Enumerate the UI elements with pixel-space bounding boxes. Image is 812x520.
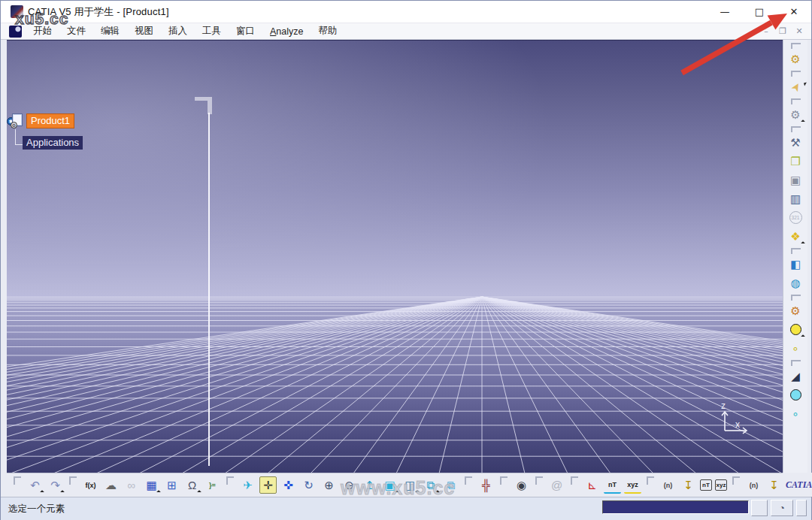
menu-insert[interactable]: 插入 (163, 23, 192, 39)
measure-n-2-icon[interactable]: (n) (745, 476, 762, 494)
cyan-circle-tool-icon[interactable] (787, 386, 804, 404)
axis-triad: z x (712, 400, 757, 442)
sphere-view-icon[interactable]: ◍ (787, 274, 804, 292)
pin-id-icon[interactable]: ↧ (680, 476, 697, 494)
measure-n-icon[interactable]: (n) (659, 476, 677, 494)
yellow-point-tool-icon[interactable]: ∘ (787, 340, 804, 357)
status-blank-button-2[interactable] (796, 500, 807, 516)
xyz-boxed-icon[interactable]: xyz (715, 479, 727, 491)
cyan-point-tool-icon[interactable]: ∘ (787, 405, 804, 422)
fly-mode-icon[interactable]: ✈ (239, 476, 256, 494)
menubar: 开始文件编辑视图插入工具窗口Analyze帮助 –❐✕ (1, 23, 811, 40)
toolbar-handle[interactable] (226, 476, 234, 485)
manipulator-robot-icon[interactable]: ⚙ (787, 302, 804, 319)
comment-bubble-icon[interactable]: ☁ (102, 476, 120, 494)
spiral-disabled-icon[interactable]: @ (548, 476, 565, 494)
menu-items: 开始文件编辑视图插入工具窗口Analyze帮助 (26, 23, 344, 39)
mdi-restore-button[interactable]: ❐ (777, 26, 789, 36)
normal-view-icon[interactable]: ↥ (361, 476, 378, 494)
toolbar-handle[interactable] (791, 98, 801, 104)
status-message: 选定一个元素 (8, 503, 65, 515)
tools-icon[interactable]: ⚒ (787, 134, 804, 151)
status-blank-button[interactable] (751, 500, 768, 516)
formula-fx-icon[interactable]: f(x) (82, 476, 99, 494)
open-folder-icon[interactable]: ❐ (787, 153, 804, 170)
paint-pour-icon[interactable]: ◢ (787, 367, 804, 385)
measure-icon[interactable]: ⊾ (583, 476, 601, 494)
select-arrow-icon[interactable]: ➤ (783, 75, 807, 98)
toolbar-handle[interactable] (500, 476, 508, 485)
check-expression-icon[interactable]: }= (204, 476, 221, 494)
nt-boxed-icon[interactable]: nT (700, 479, 712, 491)
toolbar-handle[interactable] (14, 476, 21, 485)
toolbar-handle[interactable] (571, 476, 578, 485)
badge-321-icon[interactable]: 321 (787, 209, 804, 226)
menu-window[interactable]: 窗口 (231, 23, 260, 39)
view-screen-2-icon[interactable]: ⧉ (442, 476, 459, 494)
toolbar-handle[interactable] (465, 476, 472, 485)
tree-node-applications-label[interactable]: Applications (23, 136, 83, 150)
toolbar-handle[interactable] (791, 43, 801, 49)
structure-diagram-icon[interactable]: ⊞ (163, 476, 180, 494)
design-table-icon[interactable]: ▦ (143, 476, 160, 494)
pan-icon[interactable]: ✜ (280, 476, 297, 494)
3d-viewport[interactable]: ✱ ⚙ Product1 Applications z x (7, 40, 783, 473)
pin-id-2-icon[interactable]: ↧ (765, 476, 783, 494)
fit-all-icon[interactable]: ✛ (259, 476, 277, 494)
link-disabled-icon[interactable]: ∞ (123, 476, 140, 494)
rotate-icon[interactable]: ↻ (300, 476, 317, 494)
toolbar-handle[interactable] (647, 476, 654, 485)
iso-view-cube-icon[interactable]: ▣ (381, 476, 398, 494)
measure-xyz-icon[interactable]: xyz (624, 476, 641, 494)
lock-icon[interactable]: Ω (183, 476, 201, 494)
toolbar-handle[interactable] (69, 476, 77, 485)
menu-edit[interactable]: 编辑 (95, 23, 125, 39)
power-input-field[interactable] (602, 500, 749, 514)
statusbar: 选定一个元素 ◔ (1, 497, 811, 520)
maximize-button[interactable]: □ (742, 1, 777, 23)
toolbar-handle[interactable] (791, 126, 801, 132)
redo-icon[interactable]: ↷ (47, 476, 64, 494)
toolbar-handle[interactable] (791, 360, 801, 366)
tree-zoom-corner-marker (195, 97, 212, 114)
menu-start[interactable]: 开始 (28, 23, 57, 39)
tree-zoom-axis-line (208, 113, 210, 466)
workbench-assembly-icon[interactable]: ⚙ (787, 50, 804, 68)
mdi-minimize-button[interactable]: – (760, 26, 772, 36)
toolbar-handle[interactable] (791, 295, 801, 301)
zoom-out-icon[interactable]: ⊖ (341, 476, 358, 494)
titlebar: CATIA V5 用于学生 - [Product1] —□✕ (1, 1, 811, 23)
status-clock-button[interactable]: ◔ (771, 500, 793, 516)
tree-branch-line (15, 129, 23, 145)
sketch-plane-icon[interactable]: ◧ (787, 255, 804, 273)
mdi-close-button[interactable]: ✕ (793, 26, 805, 36)
ground-grid (7, 41, 783, 473)
zoom-in-icon[interactable]: ⊕ (320, 476, 338, 494)
yellow-circle-tool-icon[interactable] (787, 321, 804, 338)
start-menu-logo-icon[interactable] (9, 26, 22, 38)
menu-analyze[interactable]: Analyze (265, 25, 308, 38)
tree-node-product[interactable]: ✱ ⚙ Product1 (7, 113, 83, 129)
menu-file[interactable]: 文件 (62, 23, 91, 39)
toolbar-handle[interactable] (732, 476, 740, 485)
undo-icon[interactable]: ↶ (26, 476, 44, 494)
camera-icon[interactable]: ◉ (513, 476, 530, 494)
menu-view[interactable]: 视图 (129, 23, 159, 39)
toolbar-handle[interactable] (535, 476, 543, 485)
measure-nt-icon[interactable]: nT (604, 476, 621, 494)
window-controls: —□✕ (707, 1, 811, 23)
render-light-icon[interactable]: ❖ (787, 228, 804, 245)
toolbar-handle[interactable] (791, 248, 801, 254)
save-icon[interactable]: ▣ (787, 171, 804, 189)
knowledge-grid-icon[interactable]: ╬ (477, 476, 495, 494)
window-title: CATIA V5 用于学生 - [Product1] (28, 5, 169, 19)
close-button[interactable]: ✕ (777, 1, 811, 23)
render-style-icon[interactable]: ◫ (401, 476, 419, 494)
view-screen-icon[interactable]: ⧉ (422, 476, 439, 494)
menu-help[interactable]: 帮助 (313, 23, 342, 39)
minimize-button[interactable]: — (707, 1, 742, 23)
tree-node-product-label[interactable]: Product1 (26, 113, 74, 128)
catalog-browser-icon[interactable]: ▥ (787, 190, 804, 207)
selection-sets-gear-icon[interactable]: ⚙ (787, 106, 804, 123)
menu-tools[interactable]: 工具 (197, 23, 226, 39)
